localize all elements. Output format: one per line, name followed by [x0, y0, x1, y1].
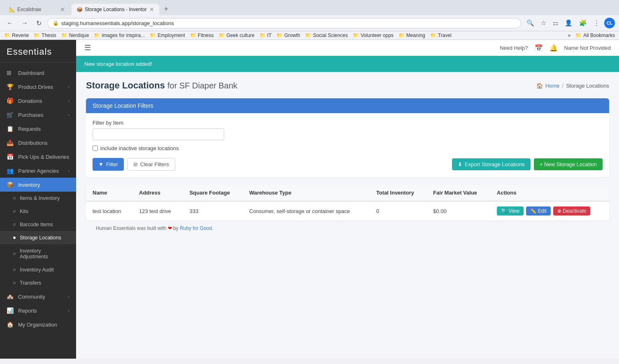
include-inactive-checkbox[interactable]: [93, 146, 98, 151]
sidebar-item-community[interactable]: 🏘️ Community ‹: [0, 290, 76, 304]
bookmark-meaning[interactable]: 📁 Meaning: [399, 32, 425, 38]
tab-favicon-excalidraw: 📐: [9, 7, 15, 12]
sidebar-label-dashboard: Dashboard: [18, 70, 70, 76]
requests-icon: 📋: [7, 125, 14, 132]
address-bar[interactable]: 🔒 staging.humanessentials.app/storage_lo…: [47, 18, 521, 28]
filter-panel-header: Storage Location Filters: [86, 98, 609, 113]
deactivate-button[interactable]: ⊗ Deactivate: [553, 206, 591, 216]
reports-icon: 📊: [7, 307, 14, 314]
search-icon[interactable]: 🔍: [524, 19, 536, 28]
bookmark-volunteer[interactable]: 📁 Volunteer opps: [353, 32, 394, 38]
top-bar-right: Need Help? 📅 🔔 Name Not Provided: [500, 44, 611, 52]
include-inactive-label[interactable]: include inactive storage locations: [100, 145, 179, 151]
sidebar-item-product-drives[interactable]: 🏆 Product Drives ‹: [0, 80, 76, 94]
new-tab-button[interactable]: +: [161, 3, 172, 15]
bookmark-images[interactable]: 📁 images for inspira...: [94, 32, 145, 38]
footer-text-before: Human Essentials was built with: [96, 225, 166, 231]
sidebar-item-barcode-items[interactable]: Barcode Items: [0, 218, 76, 231]
export-storage-locations-button[interactable]: ⬇ Export Storage Locations: [452, 158, 531, 170]
sidebar-label-pickups: Pick Ups & Deliveries: [18, 154, 70, 160]
bookmark-star-icon[interactable]: ☆: [539, 19, 548, 28]
sidebar-item-donations[interactable]: 🎁 Donations ‹: [0, 94, 76, 108]
breadcrumb-home-link[interactable]: Home: [545, 83, 560, 89]
bookmark-employment[interactable]: 📁 Employment: [150, 32, 185, 38]
sidebar-item-kits[interactable]: Kits: [0, 205, 76, 218]
ruby-for-good-link[interactable]: Ruby for Good.: [180, 225, 213, 231]
breadcrumb-separator: /: [562, 83, 564, 89]
sidebar-item-storage-locations[interactable]: Storage Locations: [0, 231, 76, 244]
bookmark-social[interactable]: 📁 Social Sciences: [305, 32, 348, 38]
extension2-icon[interactable]: 🧩: [577, 19, 589, 28]
sidebar-label-inventory: Inventory: [18, 182, 64, 188]
forward-button[interactable]: →: [19, 19, 30, 28]
tab-excalidraw[interactable]: 📐 Excalidraw ✕: [4, 4, 70, 15]
sidebar-item-items-inventory[interactable]: Items & Inventory: [0, 192, 76, 205]
bookmark-growth[interactable]: 📁 Growth: [276, 32, 300, 38]
sidebar-item-my-organization[interactable]: 🏠 My Organization: [0, 318, 76, 332]
dashboard-icon: ⊞: [7, 70, 14, 76]
edit-button[interactable]: ✏️ Edit: [526, 206, 551, 216]
alert-message: New storage location added!: [84, 61, 152, 67]
col-warehouse-type: Warehouse Type: [243, 185, 370, 201]
tab-storage[interactable]: 📦 Storage Locations - Inventor ✕: [72, 4, 159, 15]
sidebar-item-reports[interactable]: 📊 Reports ‹: [0, 304, 76, 318]
sidebar-item-transfers[interactable]: Transfers: [0, 276, 76, 290]
need-help-link[interactable]: Need Help?: [500, 45, 528, 51]
sidebar-item-inventory[interactable]: 📦 Inventory ‹: [0, 178, 76, 192]
browser-nav: ← → ↻ 🔒 staging.humanessentials.app/stor…: [0, 15, 619, 31]
notification-icon[interactable]: 🔔: [549, 44, 558, 52]
extensions-icon[interactable]: ⚏: [551, 19, 560, 28]
clear-filters-button[interactable]: ⊘ Clear Filters: [127, 158, 175, 171]
bookmark-it[interactable]: 📁 IT: [260, 32, 272, 38]
sidebar-item-requests[interactable]: 📋 Requests: [0, 122, 76, 136]
bookmark-thesis[interactable]: 📁 Thesis: [34, 32, 56, 38]
sidebar-item-pickups[interactable]: 📅 Pick Ups & Deliveries: [0, 150, 76, 164]
sidebar-label-kits: Kits: [20, 209, 70, 214]
filter-button[interactable]: ▼ Filter: [93, 158, 124, 171]
bookmarks-more[interactable]: »: [568, 32, 571, 38]
tab-bar: 📐 Excalidraw ✕ 📦 Storage Locations - Inv…: [4, 3, 615, 15]
app-container: Essentials ⊞ Dashboard 🏆 Product Drives …: [0, 40, 619, 359]
bookmark-nerdique[interactable]: 📁 Nerdique: [61, 32, 89, 38]
browser-chrome: 📐 Excalidraw ✕ 📦 Storage Locations - Inv…: [0, 0, 619, 15]
all-bookmarks[interactable]: 📁 All Bookmarks: [575, 32, 615, 38]
sidebar-item-dashboard[interactable]: ⊞ Dashboard: [0, 66, 76, 80]
bookmark-fitness[interactable]: 📁 Fitness: [190, 32, 214, 38]
calendar-icon[interactable]: 📅: [535, 44, 543, 52]
sidebar-label-my-organization: My Organization: [18, 322, 70, 328]
menu-icon[interactable]: ⋮: [591, 19, 602, 28]
tab-close-excalidraw[interactable]: ✕: [60, 6, 65, 13]
cell-square-footage: 333: [183, 201, 243, 220]
bookmark-reverie[interactable]: 📁 Reverie: [4, 32, 29, 38]
view-button[interactable]: 🔍 View: [497, 206, 524, 216]
bookmark-geek[interactable]: 📁 Geek culture: [219, 32, 255, 38]
table-row: test location 123 test drive 333 Consume…: [86, 201, 609, 220]
page-content: Storage Locations for SF Diaper Bank 🏠 H…: [76, 72, 619, 244]
export-icon: ⬇: [458, 161, 462, 167]
sidebar-item-partner-agencies[interactable]: 👥 Partner Agencies ‹: [0, 164, 76, 178]
sidebar-item-inventory-adjustments[interactable]: Inventory Adjustments: [0, 244, 76, 263]
transfers-dot: [13, 282, 16, 284]
tab-close-storage[interactable]: ✕: [149, 6, 154, 13]
partner-agencies-arrow-icon: ‹: [68, 168, 70, 173]
my-organization-icon: 🏠: [7, 321, 14, 328]
user-avatar[interactable]: CL: [604, 18, 615, 28]
nav-actions: 🔍 ☆ ⚏ 👤 🧩 ⋮ CL: [524, 18, 615, 28]
col-actions: Actions: [490, 185, 609, 201]
reload-button[interactable]: ↻: [34, 19, 44, 28]
cell-address: 123 test drive: [132, 201, 183, 220]
breadcrumb-current: Storage Locations: [566, 83, 609, 89]
sidebar-item-inventory-audit[interactable]: Inventory Audit: [0, 263, 76, 276]
profile-icon[interactable]: 👤: [563, 19, 575, 28]
sidebar-item-distributions[interactable]: 📤 Distributions: [0, 136, 76, 150]
breadcrumb: 🏠 Home / Storage Locations: [536, 83, 609, 89]
sidebar-label-items-inventory: Items & Inventory: [20, 195, 70, 201]
filter-by-item-label: Filter by Item: [93, 120, 603, 126]
back-button[interactable]: ←: [4, 19, 16, 28]
hamburger-menu-icon[interactable]: ☰: [84, 43, 91, 52]
new-storage-location-button[interactable]: + New Storage Location: [534, 158, 603, 170]
filter-by-item-input[interactable]: [93, 128, 224, 140]
sidebar-item-purchases[interactable]: 🛒 Purchases ‹: [0, 108, 76, 122]
bookmark-travel[interactable]: 📁 Travel: [430, 32, 452, 38]
sidebar-label-community: Community: [18, 294, 64, 300]
